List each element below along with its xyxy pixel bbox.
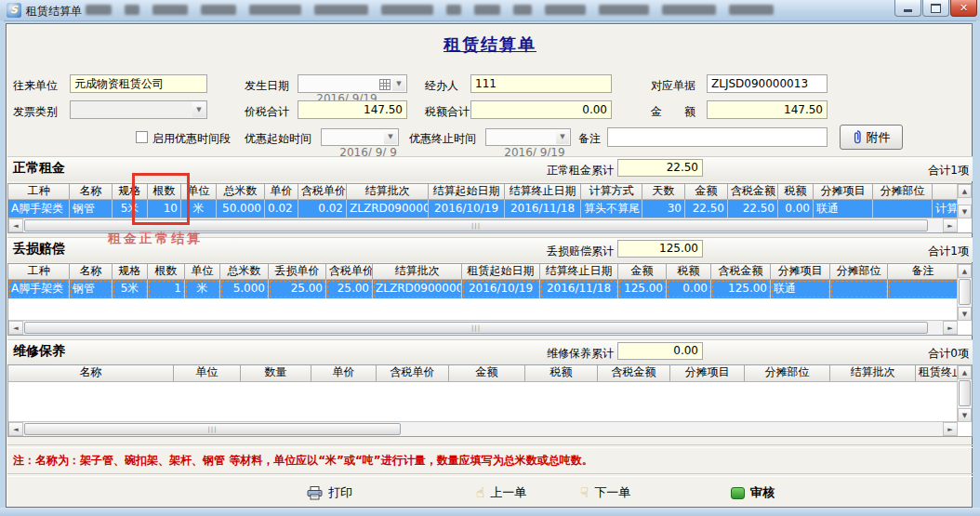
cell[interactable]: ZLZRD090000019 [373,280,462,298]
amount-input[interactable] [707,100,828,119]
window-title: 租赁结算单 [26,4,82,20]
scroll-right-icon[interactable]: ► [943,321,958,335]
column-header: 单位 [185,264,220,279]
column-header: 工种 [8,264,70,279]
cell[interactable]: 25.00 [326,280,373,298]
audit-button[interactable]: 审核 [731,484,775,501]
green-square-icon [731,487,745,499]
chevron-down-icon[interactable]: ▼ [192,102,205,117]
cell[interactable]: 125.00 [618,280,667,298]
column-header: 分摊项目 [670,365,745,381]
cell[interactable] [830,280,888,298]
maintenance-vertical-scrollbar[interactable]: ▲ ▼ [957,365,972,422]
close-button[interactable]: ✕ [950,0,977,17]
scroll-down-icon[interactable]: ▼ [958,205,972,218]
tax-total-input[interactable] [470,100,612,119]
next-record-button[interactable]: ☟ 下一单 [580,484,630,501]
handler-input[interactable] [470,74,612,93]
cell[interactable]: A脚手架类 [8,200,70,218]
column-header: 规格 [113,264,148,279]
cell[interactable]: 5.000 [220,280,269,298]
column-header: 数量 [241,365,311,381]
scroll-up-icon[interactable]: ▲ [958,365,972,379]
cell[interactable]: 25.00 [269,280,326,298]
maintenance-count: 合计0项 [928,346,969,362]
scroll-left-icon[interactable]: ◄ [8,422,23,436]
cell[interactable]: 计算本 [933,200,958,218]
loss-vertical-scrollbar[interactable]: ▲ ▼ [957,264,972,321]
column-header: 含税单价 [326,264,373,279]
normal-rent-count: 合计1项 [928,163,969,179]
scroll-right-icon[interactable]: ► [943,218,958,232]
scrollbar-thumb[interactable]: ||| [24,322,928,334]
cell[interactable]: 联通 [771,280,830,298]
cell[interactable]: 0.00 [667,280,711,298]
column-header: 名称 [70,264,113,279]
cell[interactable]: 22.50 [685,200,728,218]
maintenance-grid: 名称单位数量单价含税单价金额税额含税金额分摊项目分摊部位结算批次租赁终止 [8,365,958,422]
cell[interactable]: 125.00 [711,280,771,298]
discount-end-picker[interactable]: 2016/ 9/19 ▼ [485,128,571,146]
cell[interactable]: 5米 [113,280,148,298]
cell[interactable] [873,200,933,218]
maximize-button[interactable] [922,0,949,17]
cell[interactable]: 2016/10/19 [462,280,540,298]
cell[interactable]: 0.00 [778,200,814,218]
cell[interactable]: 50.000 [217,200,265,218]
cell[interactable]: 联通 [814,200,873,218]
column-header: 含税金额 [728,184,778,199]
print-button[interactable]: 打印 [307,484,352,501]
column-header: 含税金额 [598,365,670,381]
cell[interactable]: ZLZRD090000019 [347,200,429,218]
discount-period-checkbox[interactable] [136,131,148,143]
cell[interactable]: 2016/11/18 [505,200,581,218]
chevron-down-icon[interactable]: ▼ [384,130,397,144]
cell[interactable]: 算头不算尾 [581,200,642,218]
scroll-left-icon[interactable]: ◄ [8,321,23,335]
scroll-up-icon[interactable]: ▲ [958,264,972,278]
cell[interactable]: 钢管 [70,280,113,298]
cell[interactable]: 0.02 [265,200,298,218]
chevron-down-icon[interactable]: ▼ [392,76,405,91]
scroll-left-icon[interactable]: ◄ [8,218,23,232]
cell[interactable]: A脚手架类 [8,280,70,298]
cell[interactable] [888,280,958,298]
scrollbar-thumb[interactable]: ||| [24,423,401,435]
titlebar-menu-redacted [86,5,774,16]
cell[interactable]: 钢管 [70,200,113,218]
cell[interactable]: 30 [642,200,685,218]
maintenance-table-region: 名称单位数量单价含税单价金额税额含税金额分摊项目分摊部位结算批次租赁终止 ▲ ▼… [7,364,973,437]
previous-record-button[interactable]: ☝ 上一单 [476,484,526,501]
previous-button-label: 上一单 [490,484,526,501]
normal-rent-vertical-scrollbar[interactable]: ▲ ▼ [957,184,972,218]
chevron-down-icon[interactable]: ▼ [556,130,569,144]
column-header: 根数 [148,264,185,279]
counterparty-input[interactable] [70,74,207,93]
attachment-button[interactable]: 附件 [840,125,903,150]
scroll-down-icon[interactable]: ▼ [958,307,972,321]
scrollbar-thumb[interactable] [959,380,971,406]
discount-start-picker[interactable]: 2016/ 9/ 9 ▼ [321,128,399,146]
scroll-down-icon[interactable]: ▼ [958,408,972,422]
cell[interactable]: 2016/11/18 [540,280,618,298]
column-header: 租赁终止 [916,365,958,381]
invoice-type-select[interactable]: ▼ [70,100,207,119]
cell[interactable]: 0.02 [298,200,347,218]
column-header: 单价 [311,365,377,381]
loss-horizontal-scrollbar[interactable]: ◄ ||| ► [8,320,958,335]
cell[interactable]: 米 [185,280,220,298]
maintenance-horizontal-scrollbar[interactable]: ◄ ||| ► [8,421,958,436]
remark-input[interactable] [607,127,828,147]
column-header: 金额 [618,264,667,279]
scroll-right-icon[interactable]: ► [943,422,958,436]
cell[interactable]: 22.50 [728,200,778,218]
minimize-button[interactable] [894,0,921,17]
cell[interactable]: 1 [148,280,185,298]
price-tax-input[interactable] [298,100,407,119]
table-row[interactable]: A脚手架类钢管5米1米5.00025.0025.00ZLZRD090000019… [8,280,958,298]
cell[interactable]: 2016/10/19 [429,200,505,218]
scrollbar-thumb[interactable] [959,279,971,305]
doc-ref-input[interactable] [707,74,828,93]
scroll-up-icon[interactable]: ▲ [958,184,972,198]
occur-date-picker[interactable]: 2016/ 9/19 ▼ [298,74,407,93]
